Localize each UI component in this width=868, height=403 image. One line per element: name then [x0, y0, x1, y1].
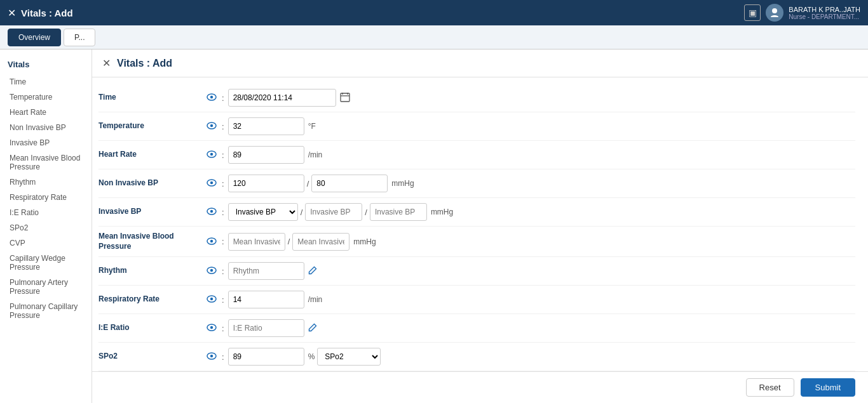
- sidebar-item-non-invasive-bp[interactable]: Non Invasive BP: [0, 120, 92, 135]
- sidebar-item-pulmonary-artery[interactable]: Pulmonary Artery Pressure: [0, 275, 92, 299]
- sidebar-item-temperature[interactable]: Temperature: [0, 89, 92, 105]
- eye-icon-mean-invasive[interactable]: [207, 237, 217, 247]
- eye-icon-respiratory-rate[interactable]: [207, 294, 217, 305]
- dialog-close-icon[interactable]: ✕: [102, 57, 111, 69]
- submit-button[interactable]: Submit: [801, 378, 855, 397]
- ie-ratio-input[interactable]: [228, 319, 304, 337]
- invasive-bp-unit: mmHg: [431, 208, 453, 216]
- form-row-ie-ratio: I:E Ratio :: [98, 314, 855, 343]
- sidebar-item-pulmonary-capillary[interactable]: Pulmonary Capillary Pressure: [0, 299, 92, 323]
- svg-point-22: [210, 326, 213, 329]
- sidebar-item-rhythm[interactable]: Rhythm: [0, 175, 92, 190]
- avatar: [766, 4, 783, 22]
- window-icon[interactable]: ▣: [744, 4, 761, 21]
- svg-rect-3: [341, 93, 349, 102]
- sidebar-item-heart-rate[interactable]: Heart Rate: [0, 105, 92, 120]
- time-input[interactable]: [228, 89, 336, 107]
- calendar-icon[interactable]: [340, 92, 350, 104]
- eye-icon-time[interactable]: [207, 93, 217, 103]
- top-bar-right: ▣ BARATH K PRA..JATH Nurse - DEPARTMENT.…: [744, 4, 860, 22]
- temperature-input[interactable]: [228, 117, 304, 135]
- form-row-non-invasive-bp: Non Invasive BP : / mmHg: [98, 169, 855, 198]
- label-rhythm: Rhythm: [98, 266, 207, 276]
- label-respiratory-rate: Respiratory Rate: [98, 294, 207, 305]
- form-row-heart-rate: Heart Rate : /min: [98, 141, 855, 169]
- label-mean-invasive: Mean Invasive Blood Pressure: [98, 232, 207, 251]
- ie-ratio-edit-icon[interactable]: [308, 323, 317, 334]
- label-time: Time: [98, 93, 207, 103]
- tab-p[interactable]: P...: [64, 29, 95, 46]
- invasive-bp-input1[interactable]: [305, 203, 362, 221]
- eye-icon-rhythm[interactable]: [207, 266, 217, 276]
- sidebar-item-mean-invasive[interactable]: Mean Invasive Blood Pressure: [0, 150, 92, 175]
- dialog-area: ✕ Vitals : Add Time :: [92, 50, 868, 403]
- invasive-bp-input2[interactable]: [370, 203, 427, 221]
- svg-point-18: [210, 269, 213, 272]
- dialog-title: Vitals : Add: [117, 58, 172, 69]
- dialog-header: ✕ Vitals : Add: [92, 50, 868, 77]
- svg-point-10: [210, 153, 213, 155]
- eye-icon-invasive-bp[interactable]: [207, 207, 217, 217]
- top-bar-title: Vitals : Add: [21, 8, 73, 18]
- mean-invasive-input1[interactable]: [228, 233, 285, 251]
- heart-rate-input[interactable]: [228, 146, 304, 164]
- tabs-row: Overview P...: [0, 25, 868, 50]
- spo2-dropdown[interactable]: SPo2 SpO2 SaO2: [317, 348, 381, 366]
- non-invasive-bp-input2[interactable]: [311, 175, 388, 192]
- form-row-respiratory-rate: Respiratory Rate : /min: [98, 286, 855, 314]
- form-scroll: Time : Temperature: [92, 77, 868, 371]
- user-name: BARATH K PRA..JATH: [789, 6, 860, 13]
- sidebar-item-ie-ratio[interactable]: I:E Ratio: [0, 205, 92, 220]
- svg-point-12: [210, 182, 213, 184]
- top-bar-close-icon[interactable]: ✕: [8, 7, 16, 19]
- respiratory-rate-input[interactable]: [228, 291, 304, 308]
- rhythm-input[interactable]: [228, 262, 304, 280]
- svg-point-2: [210, 96, 213, 98]
- tab-overview[interactable]: Overview: [8, 29, 61, 46]
- label-non-invasive-bp: Non Invasive BP: [98, 178, 207, 188]
- dialog: ✕ Vitals : Add Time :: [92, 50, 868, 403]
- spo2-input[interactable]: [228, 348, 304, 366]
- temperature-unit: °F: [308, 122, 316, 131]
- top-bar-left: ✕ Vitals : Add: [8, 7, 73, 19]
- sidebar-item-spo2[interactable]: SPo2: [0, 220, 92, 235]
- sidebar-item-capillary-wedge[interactable]: Capillary Wedge Pressure: [0, 251, 92, 275]
- label-heart-rate: Heart Rate: [98, 150, 207, 160]
- user-sub: Nurse - DEPARTMENT...: [789, 13, 860, 20]
- rhythm-edit-icon[interactable]: [308, 266, 317, 277]
- eye-icon-temperature[interactable]: [207, 121, 217, 131]
- user-info: BARATH K PRA..JATH Nurse - DEPARTMENT...: [789, 6, 860, 20]
- spo2-percent: %: [308, 352, 315, 361]
- top-bar: ✕ Vitals : Add ▣ BARATH K PRA..JATH Nurs…: [0, 0, 868, 25]
- label-spo2: SPo2: [98, 352, 207, 362]
- svg-point-24: [210, 355, 213, 357]
- sidebar: Vitals Time Temperature Heart Rate Non I…: [0, 50, 92, 403]
- svg-point-16: [210, 239, 213, 242]
- eye-icon-non-invasive-bp[interactable]: [207, 178, 217, 188]
- respiratory-rate-unit: /min: [308, 295, 323, 304]
- eye-icon-heart-rate[interactable]: [207, 150, 217, 160]
- svg-point-0: [772, 8, 777, 13]
- dialog-footer: Reset Submit: [92, 371, 868, 403]
- invasive-bp-dropdown[interactable]: Invasive BP Arterial PA CVP: [228, 203, 298, 221]
- mean-invasive-input2[interactable]: [292, 233, 349, 251]
- non-invasive-bp-input1[interactable]: [228, 175, 304, 192]
- label-invasive-bp: Invasive BP: [98, 207, 207, 217]
- form-row-time: Time :: [98, 84, 855, 112]
- form-row-invasive-bp: Invasive BP : Invasive BP Arterial PA CV…: [98, 198, 855, 227]
- sidebar-item-respiratory-rate[interactable]: Respiratory Rate: [0, 190, 92, 205]
- form-row-rhythm: Rhythm :: [98, 257, 855, 286]
- sidebar-item-cvp[interactable]: CVP: [0, 235, 92, 251]
- eye-icon-ie-ratio[interactable]: [207, 323, 217, 333]
- sidebar-item-time[interactable]: Time: [0, 74, 92, 89]
- reset-button[interactable]: Reset: [746, 378, 794, 397]
- label-temperature: Temperature: [98, 121, 207, 131]
- label-ie-ratio: I:E Ratio: [98, 323, 207, 333]
- eye-icon-spo2[interactable]: [207, 352, 217, 362]
- heart-rate-unit: /min: [308, 150, 323, 159]
- main-content: Vitals Time Temperature Heart Rate Non I…: [0, 50, 868, 403]
- sidebar-item-invasive-bp[interactable]: Invasive BP: [0, 135, 92, 150]
- sidebar-title: Vitals: [0, 56, 92, 74]
- colon-time: :: [222, 93, 224, 103]
- form-row-spo2: SPo2 : % SPo2 SpO2 SaO2: [98, 343, 855, 371]
